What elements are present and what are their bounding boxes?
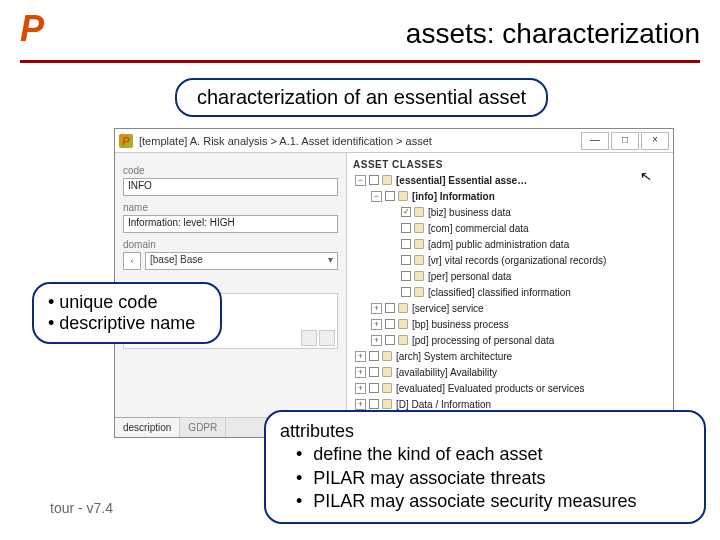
callout-bottom-title: attributes <box>280 420 690 443</box>
expand-toggle-icon[interactable]: − <box>355 175 366 186</box>
name-label: name <box>123 202 338 213</box>
minimize-button[interactable]: — <box>581 132 609 150</box>
pilar-logo: P <box>20 8 44 50</box>
name-value: Information: level: HIGH <box>128 217 235 228</box>
callout-bottom: attributes define the kind of each asset… <box>264 410 706 524</box>
expand-toggle-icon[interactable]: + <box>355 367 366 378</box>
tree-node-label: [D] Data / Information <box>396 399 491 410</box>
asset-class-icon <box>382 175 392 185</box>
tree-checkbox[interactable] <box>369 367 379 377</box>
tree-node-label: [biz] business data <box>428 207 511 218</box>
code-value: INFO <box>128 180 152 191</box>
sources-remove-button[interactable] <box>319 330 335 346</box>
callout-left-item: unique code <box>48 292 206 313</box>
tree-node[interactable]: −[info] Information <box>371 188 671 204</box>
tab-gdpr[interactable]: GDPR <box>180 418 226 437</box>
tree-node-label: [classified] classified information <box>428 287 571 298</box>
callout-left-list: unique code descriptive name <box>48 292 206 334</box>
tab-description[interactable]: description <box>115 417 180 437</box>
asset-class-icon <box>382 383 392 393</box>
expand-toggle-icon[interactable]: + <box>355 351 366 362</box>
tree-checkbox[interactable] <box>401 239 411 249</box>
logo-letter: P <box>20 8 44 49</box>
domain-prev-button[interactable]: ‹ <box>123 252 141 270</box>
tree-node[interactable]: −[essential] Essential asse… <box>355 172 671 188</box>
tree-checkbox[interactable] <box>369 383 379 393</box>
expand-toggle-icon[interactable]: + <box>355 399 366 410</box>
tree-node-label: [essential] Essential asse… <box>396 175 527 186</box>
tree-node[interactable]: [com] commercial data <box>387 220 671 236</box>
tree-checkbox[interactable] <box>401 287 411 297</box>
slide-title: assets: characterization <box>406 18 700 50</box>
asset-class-icon <box>398 191 408 201</box>
asset-class-icon <box>414 239 424 249</box>
asset-class-icon <box>398 319 408 329</box>
callout-left-item: descriptive name <box>48 313 206 334</box>
domain-select[interactable]: [base] Base ▾ <box>145 252 338 270</box>
tree-node-label: [service] service <box>412 303 484 314</box>
asset-class-icon <box>398 335 408 345</box>
tree-node-label: [pd] processing of personal data <box>412 335 554 346</box>
callout-bottom-item: define the kind of each asset <box>292 443 690 466</box>
tree-node[interactable]: +[evaluated] Evaluated products or servi… <box>355 380 671 396</box>
tree-checkbox[interactable] <box>369 399 379 409</box>
tree-checkbox[interactable] <box>369 351 379 361</box>
tree-node-label: [adm] public administration data <box>428 239 569 250</box>
asset-class-icon <box>382 367 392 377</box>
tree-node[interactable]: +[availability] Availability <box>355 364 671 380</box>
tree-checkbox[interactable] <box>385 319 395 329</box>
asset-classes-tree[interactable]: −[essential] Essential asse…−[info] Info… <box>349 172 671 437</box>
expand-toggle-icon[interactable]: + <box>371 303 382 314</box>
tree-checkbox[interactable] <box>401 207 411 217</box>
tree-node-label: [vr] vital records (organizational recor… <box>428 255 606 266</box>
asset-class-icon <box>414 271 424 281</box>
expand-toggle-icon[interactable]: + <box>371 335 382 346</box>
tree-checkbox[interactable] <box>385 303 395 313</box>
asset-classes-title: ASSET CLASSES <box>349 157 671 172</box>
expand-toggle-icon[interactable]: − <box>371 191 382 202</box>
tree-node[interactable]: [adm] public administration data <box>387 236 671 252</box>
tree-node-label: [availability] Availability <box>396 367 497 378</box>
expand-toggle-icon[interactable]: + <box>355 383 366 394</box>
tree-node-label: [com] commercial data <box>428 223 529 234</box>
domain-row: ‹ [base] Base ▾ <box>123 252 338 270</box>
asset-class-icon <box>414 207 424 217</box>
tree-checkbox[interactable] <box>401 271 411 281</box>
tree-node[interactable]: [classified] classified information <box>387 284 671 300</box>
callout-top: characterization of an essential asset <box>175 78 548 117</box>
slide-header: P assets: characterization <box>20 8 700 50</box>
tree-node[interactable]: [biz] business data <box>387 204 671 220</box>
sources-add-button[interactable] <box>301 330 317 346</box>
asset-class-icon <box>382 399 392 409</box>
tree-node-label: [evaluated] Evaluated products or servic… <box>396 383 584 394</box>
tree-checkbox[interactable] <box>385 191 395 201</box>
tree-node[interactable]: [vr] vital records (organizational recor… <box>387 252 671 268</box>
expand-toggle-icon[interactable]: + <box>371 319 382 330</box>
window-titlebar[interactable]: P [template] A. Risk analysis > A.1. Ass… <box>115 129 673 153</box>
header-rule <box>20 60 700 63</box>
name-field[interactable]: Information: level: HIGH <box>123 215 338 233</box>
callout-bottom-list: define the kind of each asset PILAR may … <box>292 443 690 513</box>
tree-node-label: [per] personal data <box>428 271 511 282</box>
callout-left: unique code descriptive name <box>32 282 222 344</box>
tree-checkbox[interactable] <box>369 175 379 185</box>
tree-checkbox[interactable] <box>385 335 395 345</box>
window-title: [template] A. Risk analysis > A.1. Asset… <box>139 135 432 147</box>
tree-node[interactable]: [per] personal data <box>387 268 671 284</box>
tree-checkbox[interactable] <box>401 255 411 265</box>
tree-checkbox[interactable] <box>401 223 411 233</box>
maximize-button[interactable]: □ <box>611 132 639 150</box>
asset-class-icon <box>414 223 424 233</box>
asset-class-icon <box>382 351 392 361</box>
tree-node[interactable]: +[arch] System architecture <box>355 348 671 364</box>
tree-node[interactable]: +[service] service <box>371 300 671 316</box>
close-button[interactable]: × <box>641 132 669 150</box>
tree-node-label: [bp] business process <box>412 319 509 330</box>
sources-toolbar <box>301 330 335 346</box>
tree-node[interactable]: +[bp] business process <box>371 316 671 332</box>
asset-classes-pane: ASSET CLASSES −[essential] Essential ass… <box>347 153 673 437</box>
code-field[interactable]: INFO <box>123 178 338 196</box>
tree-node[interactable]: +[pd] processing of personal data <box>371 332 671 348</box>
domain-label: domain <box>123 239 338 250</box>
asset-class-icon <box>414 255 424 265</box>
